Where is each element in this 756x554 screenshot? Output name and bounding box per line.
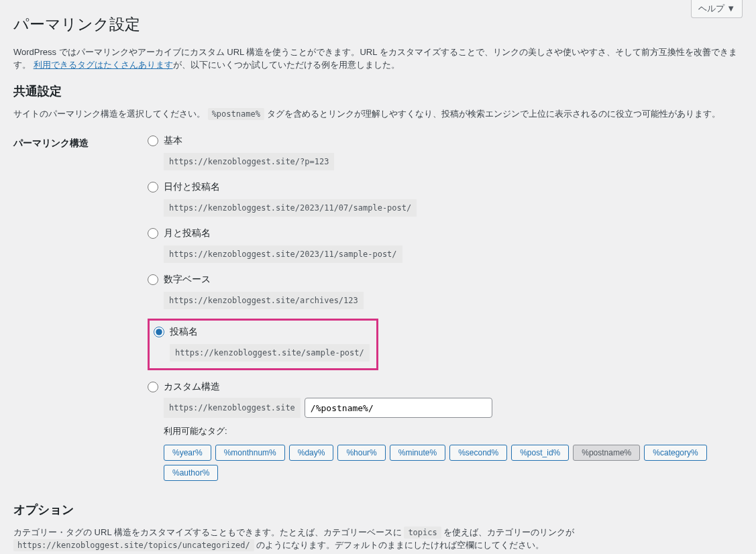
topics-url-code: https://kenzobloggest.site/topics/uncate…: [13, 539, 254, 551]
custom-prefix: https://kenzobloggest.site: [164, 398, 301, 418]
common-description: サイトのパーマリンク構造を選択してください。 %postname% タグを含める…: [13, 107, 743, 121]
help-button[interactable]: ヘルプ ▼: [691, 0, 743, 18]
tag-button[interactable]: %postname%: [573, 445, 640, 461]
option-month-name: 月と投稿名 https://kenzobloggest.site/2023/11…: [148, 226, 743, 263]
tag-button[interactable]: %day%: [289, 445, 334, 461]
option-section-heading: オプション: [13, 501, 743, 519]
radio-numeric-label: 数字ベース: [164, 272, 211, 286]
radio-postname[interactable]: [154, 327, 164, 337]
common-desc-post: タグを含めるとリンクが理解しやすくなり、投稿が検索エンジンで上位に表示されるのに…: [267, 109, 720, 119]
url-basic: https://kenzobloggest.site/?p=123: [164, 153, 334, 170]
url-postname: https://kenzobloggest.site/sample-post/: [170, 344, 370, 362]
url-date-name: https://kenzobloggest.site/2023/11/07/sa…: [164, 199, 417, 217]
postname-code: %postname%: [208, 108, 264, 120]
topics-code: topics: [404, 527, 441, 539]
tag-button[interactable]: %category%: [644, 445, 706, 461]
radio-month-name[interactable]: [148, 228, 158, 239]
option-desc-mid: を使えば、カテゴリーのリンクが: [443, 527, 574, 537]
url-month-name: https://kenzobloggest.site/2023/11/sampl…: [164, 245, 402, 263]
intro-text-2: が、以下にいくつか試していただける例を用意しました。: [173, 60, 400, 70]
radio-numeric[interactable]: [148, 274, 158, 285]
tag-button[interactable]: %monthnum%: [215, 445, 285, 461]
radio-basic[interactable]: [148, 135, 158, 146]
highlight-postname: 投稿名 https://kenzobloggest.site/sample-po…: [148, 319, 378, 370]
radio-date-name[interactable]: [148, 182, 158, 192]
radio-basic-label: 基本: [164, 133, 182, 148]
option-custom: カスタム構造 https://kenzobloggest.site 利用可能なタ…: [148, 380, 743, 481]
page-title: パーマリンク設定: [13, 7, 743, 39]
tag-button[interactable]: %year%: [164, 445, 211, 461]
option-date-name: 日付と投稿名 https://kenzobloggest.site/2023/1…: [148, 180, 743, 217]
tag-buttons-container: %year%%monthnum%%day%%hour%%minute%%seco…: [164, 445, 743, 481]
radio-custom-label: カスタム構造: [164, 380, 220, 394]
radio-custom[interactable]: [148, 382, 158, 392]
option-desc-pre: カテゴリー・タグの URL 構造をカスタマイズすることもできます。たとえば、カテ…: [13, 527, 402, 537]
radio-date-name-label: 日付と投稿名: [164, 180, 220, 194]
option-description: カテゴリー・タグの URL 構造をカスタマイズすることもできます。たとえば、カテ…: [13, 526, 743, 552]
tag-button[interactable]: %second%: [449, 445, 507, 461]
common-desc-pre: サイトのパーマリンク構造を選択してください。: [13, 109, 205, 119]
option-desc-post: のようになります。デフォルトのままにしたければ空欄にしてください。: [256, 540, 544, 550]
structure-label: パーマリンク構造: [13, 133, 148, 150]
url-numeric: https://kenzobloggest.site/archives/123: [164, 292, 364, 309]
option-basic: 基本 https://kenzobloggest.site/?p=123: [148, 133, 743, 170]
tag-button[interactable]: %author%: [164, 465, 218, 481]
available-tags-label: 利用可能なタグ:: [164, 425, 743, 438]
option-numeric: 数字ベース https://kenzobloggest.site/archive…: [148, 272, 743, 309]
intro-paragraph: WordPress ではパーマリンクやアーカイブにカスタム URL 構造を使うこ…: [13, 46, 743, 72]
available-tags-link[interactable]: 利用できるタグはたくさんあります: [34, 60, 173, 70]
custom-structure-input[interactable]: [305, 398, 492, 418]
radio-postname-label: 投稿名: [170, 325, 198, 339]
tag-button[interactable]: %minute%: [390, 445, 445, 461]
common-settings-heading: 共通設定: [13, 82, 743, 101]
tag-button[interactable]: %post_id%: [511, 445, 569, 461]
radio-month-name-label: 月と投稿名: [164, 226, 211, 240]
option-postname: 投稿名 https://kenzobloggest.site/sample-po…: [154, 325, 370, 362]
tag-button[interactable]: %hour%: [337, 445, 385, 461]
